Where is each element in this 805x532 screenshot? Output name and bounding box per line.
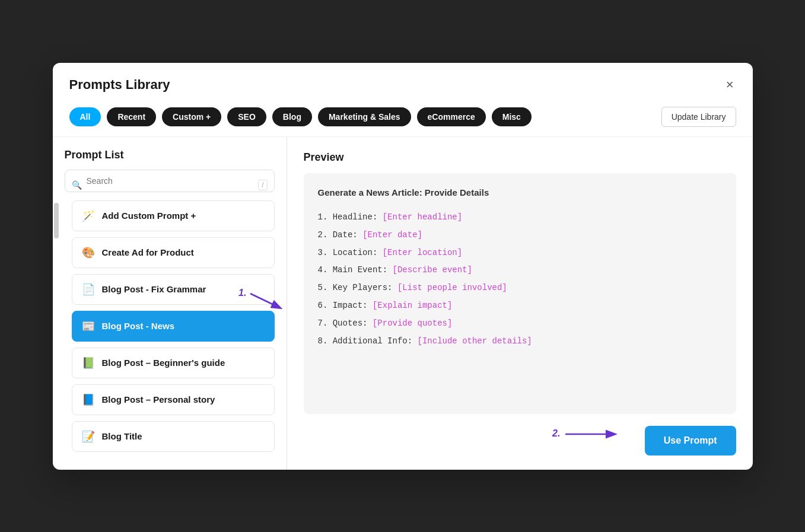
filter-misc[interactable]: Misc	[492, 107, 532, 126]
list-item: 8. Additional Info: [Include other detai…	[318, 335, 722, 349]
list-item: 4. Main Event: [Describe event]	[318, 263, 722, 278]
filter-seo[interactable]: SEO	[227, 107, 266, 126]
prompt-item-add-custom[interactable]: 🪄 Add Custom Prompt +	[72, 200, 275, 231]
modal-title: Prompts Library	[69, 77, 170, 93]
create-ad-icon: 🎨	[82, 246, 95, 259]
beginners-guide-icon: 📗	[82, 356, 95, 369]
filter-marketing[interactable]: Marketing & Sales	[318, 107, 411, 126]
prompt-item-personal-story[interactable]: 📘 Blog Post – Personal story	[72, 384, 275, 415]
svg-text:2.: 2.	[552, 428, 560, 438]
prompt-item-blog-title[interactable]: 📝 Blog Title	[72, 421, 275, 452]
placeholder-main-event: [Describe event]	[393, 265, 472, 275]
blog-title-label: Blog Title	[102, 431, 142, 441]
filter-bar: All Recent Custom + SEO Blog Marketing &…	[53, 103, 753, 136]
personal-story-label: Blog Post – Personal story	[102, 394, 215, 404]
close-button[interactable]: ×	[724, 76, 736, 94]
beginners-guide-label: Blog Post – Beginner's guide	[102, 358, 225, 368]
filter-recent[interactable]: Recent	[107, 107, 156, 126]
list-item: 1. Headline: [Enter headline]	[318, 211, 722, 225]
step2-arrow: 2.	[552, 425, 623, 448]
modal-header: Prompts Library ×	[53, 63, 753, 103]
update-library-button[interactable]: Update Library	[661, 107, 736, 127]
prompt-item-create-ad[interactable]: 🎨 Create Ad for Product	[72, 237, 275, 268]
placeholder-additional-info: [Include other details]	[418, 336, 532, 346]
filter-ecommerce[interactable]: eCommerce	[417, 107, 486, 126]
blog-news-icon: 📰	[82, 320, 95, 333]
list-item: 3. Location: [Enter location]	[318, 246, 722, 260]
use-prompt-button[interactable]: Use Prompt	[645, 426, 736, 455]
prompt-list: 🪄 Add Custom Prompt + 🎨 Create Ad for Pr…	[60, 200, 287, 470]
placeholder-impact: [Explain impact]	[373, 301, 452, 310]
filter-blog[interactable]: Blog	[272, 107, 312, 126]
prompt-item-fix-grammar[interactable]: 📄 Blog Post - Fix Grammar 1.	[72, 274, 275, 305]
svg-line-1	[250, 294, 280, 308]
prompts-library-modal: Prompts Library × All Recent Custom + SE…	[53, 63, 753, 470]
list-item: 6. Impact: [Explain impact]	[318, 299, 722, 313]
fix-grammar-icon: 📄	[82, 283, 95, 296]
left-panel-inner: 🪄 Add Custom Prompt + 🎨 Create Ad for Pr…	[53, 200, 287, 470]
add-custom-label: Add Custom Prompt +	[102, 211, 196, 221]
preview-list: 1. Headline: [Enter headline] 2. Date: […	[318, 211, 722, 348]
right-panel: Preview Generate a News Article: Provide…	[287, 137, 753, 470]
filter-all[interactable]: All	[69, 107, 101, 126]
create-ad-label: Create Ad for Product	[102, 247, 194, 257]
preview-box: Generate a News Article: Provide Details…	[304, 173, 736, 414]
blog-news-label: Blog Post - News	[102, 321, 175, 331]
search-input[interactable]	[65, 170, 275, 192]
prompt-item-blog-news[interactable]: 📰 Blog Post - News	[72, 311, 275, 342]
placeholder-quotes: [Provide quotes]	[373, 318, 452, 328]
blog-title-icon: 📝	[82, 430, 95, 443]
filter-custom[interactable]: Custom +	[162, 107, 221, 126]
personal-story-icon: 📘	[82, 393, 95, 406]
prompt-item-beginners-guide[interactable]: 📗 Blog Post – Beginner's guide	[72, 348, 275, 378]
prompt-list-title: Prompt List	[53, 149, 287, 170]
fix-grammar-label: Blog Post - Fix Grammar	[102, 284, 206, 294]
placeholder-headline: [Enter headline]	[383, 212, 462, 222]
placeholder-location: [Enter location]	[383, 248, 462, 257]
preview-title: Preview	[304, 151, 736, 164]
placeholder-key-players: [List people involved]	[397, 283, 507, 292]
list-item: 2. Date: [Enter date]	[318, 228, 722, 243]
preview-heading: Generate a News Article: Provide Details	[318, 185, 722, 200]
add-custom-icon: 🪄	[82, 209, 95, 222]
placeholder-date: [Enter date]	[362, 230, 422, 240]
search-icon: 🔍	[72, 180, 82, 190]
search-wrapper: 🔍 /	[53, 170, 287, 200]
left-panel: Prompt List 🔍 /	[53, 137, 287, 470]
scrollbar[interactable]	[53, 200, 60, 470]
list-item: 7. Quotes: [Provide quotes]	[318, 317, 722, 331]
svg-text:1.: 1.	[238, 288, 246, 298]
preview-footer: 2. Use Prompt	[304, 426, 736, 455]
list-item: 5. Key Players: [List people involved]	[318, 281, 722, 295]
modal-overlay: Prompts Library × All Recent Custom + SE…	[0, 0, 805, 532]
search-shortcut: /	[258, 180, 267, 190]
modal-body: Prompt List 🔍 /	[53, 136, 753, 470]
